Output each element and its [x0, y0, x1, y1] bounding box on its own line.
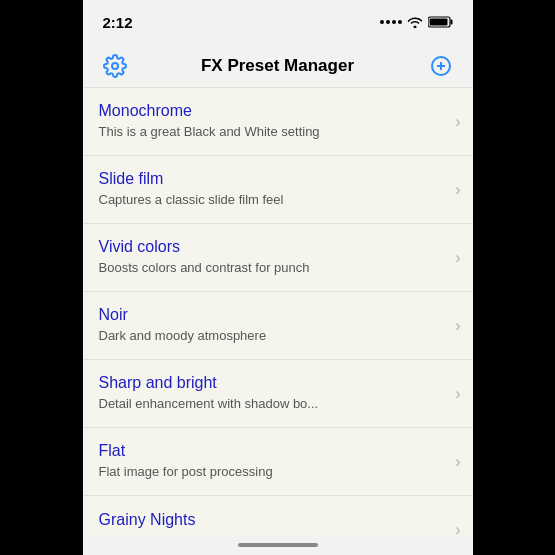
item-title-monochrome: Monochrome [99, 102, 433, 120]
list-item-slide-film[interactable]: Slide filmCaptures a classic slide film … [83, 156, 473, 224]
svg-rect-2 [429, 19, 447, 26]
signal-icon [380, 20, 402, 24]
chevron-right-icon: › [455, 385, 460, 403]
battery-icon [428, 16, 453, 28]
chevron-right-icon: › [455, 453, 460, 471]
list-item-sharp-and-bright[interactable]: Sharp and brightDetail enhancement with … [83, 360, 473, 428]
item-subtitle-slide-film: Captures a classic slide film feel [99, 192, 433, 209]
item-subtitle-grainy-nights: Plenty of grain for grunge [99, 533, 433, 535]
wifi-icon [407, 16, 423, 28]
chevron-right-icon: › [455, 317, 460, 335]
preset-list: MonochromeThis is a great Black and Whit… [83, 88, 473, 535]
status-bar: 2:12 [83, 0, 473, 44]
chevron-right-icon: › [455, 521, 460, 535]
item-subtitle-noir: Dark and moody atmosphere [99, 328, 433, 345]
list-item-vivid-colors[interactable]: Vivid colorsBoosts colors and contrast f… [83, 224, 473, 292]
status-icons [380, 16, 453, 28]
add-button[interactable] [425, 50, 457, 82]
item-title-grainy-nights: Grainy Nights [99, 511, 433, 529]
nav-title: FX Preset Manager [201, 56, 354, 76]
settings-button[interactable] [99, 50, 131, 82]
item-title-flat: Flat [99, 442, 433, 460]
item-subtitle-sharp-and-bright: Detail enhancement with shadow bo... [99, 396, 433, 413]
scroll-indicator [83, 535, 473, 555]
nav-bar: FX Preset Manager [83, 44, 473, 88]
status-time: 2:12 [103, 14, 133, 31]
item-title-slide-film: Slide film [99, 170, 433, 188]
svg-point-3 [112, 63, 118, 69]
gear-icon [103, 54, 127, 78]
list-item-grainy-nights[interactable]: Grainy NightsPlenty of grain for grunge› [83, 496, 473, 535]
add-circle-icon [429, 54, 453, 78]
phone-frame: 2:12 [83, 0, 473, 555]
item-title-noir: Noir [99, 306, 433, 324]
list-item-monochrome[interactable]: MonochromeThis is a great Black and Whit… [83, 88, 473, 156]
list-item-noir[interactable]: NoirDark and moody atmosphere› [83, 292, 473, 360]
item-subtitle-monochrome: This is a great Black and White setting [99, 124, 433, 141]
chevron-right-icon: › [455, 181, 460, 199]
chevron-right-icon: › [455, 249, 460, 267]
chevron-right-icon: › [455, 113, 460, 131]
scroll-bar [238, 543, 318, 547]
item-subtitle-vivid-colors: Boosts colors and contrast for punch [99, 260, 433, 277]
item-title-sharp-and-bright: Sharp and bright [99, 374, 433, 392]
item-title-vivid-colors: Vivid colors [99, 238, 433, 256]
svg-rect-1 [450, 20, 452, 25]
item-subtitle-flat: Flat image for post processing [99, 464, 433, 481]
list-item-flat[interactable]: FlatFlat image for post processing› [83, 428, 473, 496]
